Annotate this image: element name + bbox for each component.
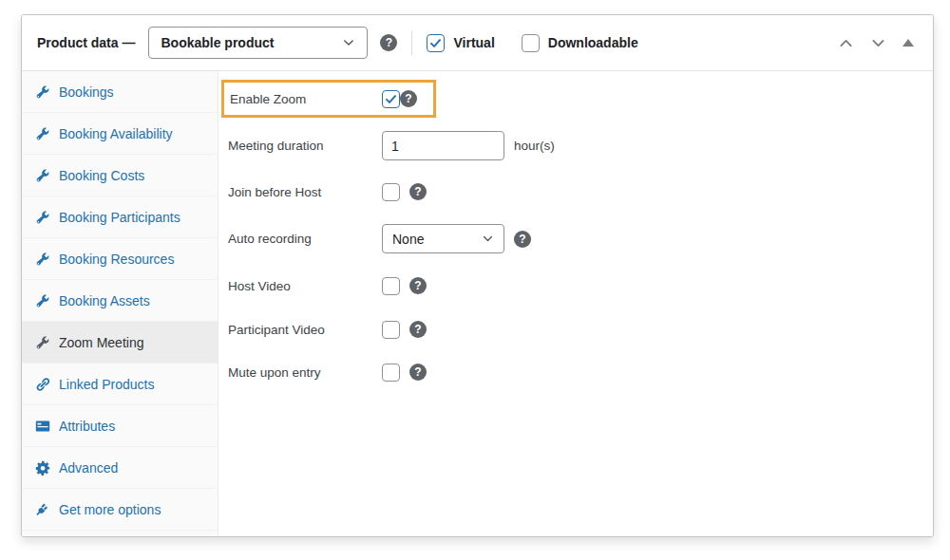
sidebar-item-label: Booking Participants — [59, 210, 180, 225]
downloadable-checkbox-group[interactable]: Downloadable — [522, 34, 638, 52]
sidebar-item-booking-costs[interactable]: Booking Costs — [22, 155, 218, 196]
triangle-up-icon — [902, 39, 914, 47]
zoom-meeting-panel: Enable Zoom ? Meeting duration hour(s) J… — [218, 71, 933, 536]
host-video-label: Host Video — [228, 279, 382, 293]
product-type-value: Bookable product — [161, 35, 274, 50]
help-icon[interactable]: ? — [409, 364, 427, 381]
auto-recording-row: Auto recording None ? — [228, 224, 531, 253]
toggle-panel-button[interactable] — [901, 37, 916, 48]
wrench-icon — [35, 210, 50, 225]
downloadable-label: Downloadable — [548, 35, 638, 50]
participant-video-row: Participant Video ? — [228, 319, 427, 340]
sidebar-item-label: Zoom Meeting — [59, 335, 143, 350]
join-before-host-label: Join before Host — [228, 185, 382, 199]
product-data-tabs: Bookings Booking Availability Booking Co… — [22, 71, 218, 536]
panel-title: Product data — — [37, 35, 135, 50]
help-icon[interactable]: ? — [514, 231, 531, 248]
chevron-down-icon — [342, 36, 355, 49]
sidebar-item-booking-resources[interactable]: Booking Resources — [22, 238, 218, 280]
wrench-icon — [35, 84, 50, 100]
sidebar-item-get-more-options[interactable]: Get more options — [22, 489, 218, 531]
wrench-icon — [35, 293, 50, 308]
sidebar-item-linked-products[interactable]: Linked Products — [22, 364, 218, 405]
sidebar-item-bookings[interactable]: Bookings — [22, 71, 218, 113]
enable-zoom-highlight: Enable Zoom ? — [221, 80, 436, 118]
participant-video-checkbox[interactable] — [382, 321, 400, 339]
chevron-up-icon — [838, 35, 854, 51]
help-icon[interactable]: ? — [409, 321, 427, 338]
sidebar-item-advanced[interactable]: Advanced — [22, 447, 218, 489]
sidebar-item-booking-assets[interactable]: Booking Assets — [22, 280, 218, 322]
auto-recording-label: Auto recording — [228, 232, 382, 246]
sidebar-item-label: Booking Costs — [59, 168, 144, 183]
mute-upon-entry-label: Mute upon entry — [228, 365, 382, 380]
host-video-checkbox[interactable] — [382, 277, 400, 295]
check-icon — [428, 36, 443, 50]
attributes-icon — [35, 419, 50, 434]
sidebar-item-label: Bookings — [59, 84, 114, 100]
wrench-icon — [35, 335, 50, 350]
help-icon[interactable]: ? — [400, 90, 417, 107]
link-icon — [35, 377, 50, 392]
mute-upon-entry-checkbox[interactable] — [382, 364, 400, 382]
sidebar-item-label: Attributes — [59, 419, 115, 434]
wrench-icon — [35, 252, 50, 267]
virtual-label: Virtual — [453, 35, 494, 50]
gear-icon — [35, 460, 50, 476]
meeting-duration-label: Meeting duration — [228, 139, 382, 153]
chevron-down-icon — [870, 35, 886, 51]
enable-zoom-checkbox[interactable] — [382, 90, 400, 108]
virtual-checkbox[interactable] — [427, 34, 445, 52]
sidebar-item-label: Booking Assets — [59, 293, 150, 308]
move-up-button[interactable] — [836, 33, 856, 53]
move-down-button[interactable] — [868, 33, 888, 53]
sidebar-item-label: Linked Products — [59, 377, 154, 392]
sidebar-item-label: Booking Availability — [59, 126, 173, 141]
chevron-down-icon — [482, 233, 494, 245]
metabox-controls — [836, 33, 920, 53]
enable-zoom-label: Enable Zoom — [230, 92, 382, 106]
meeting-duration-input[interactable] — [382, 131, 504, 160]
product-data-panel: Product data — Bookable product ? Virtua… — [21, 14, 934, 537]
sidebar-item-booking-availability[interactable]: Booking Availability — [22, 113, 218, 155]
auto-recording-value: None — [392, 232, 424, 247]
sidebar-item-label: Advanced — [59, 460, 118, 476]
help-icon[interactable]: ? — [380, 34, 397, 51]
sidebar-item-booking-participants[interactable]: Booking Participants — [22, 196, 218, 238]
check-icon — [384, 92, 398, 106]
product-data-header: Product data — Bookable product ? Virtua… — [22, 15, 933, 71]
meeting-duration-suffix: hour(s) — [514, 139, 555, 153]
meeting-duration-row: Meeting duration hour(s) — [228, 131, 555, 160]
product-type-select[interactable]: Bookable product — [148, 27, 368, 59]
divider — [411, 31, 412, 55]
wrench-icon — [35, 126, 50, 141]
join-before-host-row: Join before Host ? — [228, 181, 427, 202]
mute-upon-entry-row: Mute upon entry ? — [228, 362, 427, 383]
downloadable-checkbox[interactable] — [522, 34, 540, 52]
help-icon[interactable]: ? — [409, 183, 427, 200]
sidebar-item-label: Get more options — [59, 502, 161, 517]
sidebar-item-attributes[interactable]: Attributes — [22, 405, 218, 447]
virtual-checkbox-group[interactable]: Virtual — [427, 34, 494, 52]
participant-video-label: Participant Video — [228, 323, 382, 337]
help-icon[interactable]: ? — [409, 277, 427, 294]
plug-icon — [35, 502, 50, 517]
auto-recording-select[interactable]: None — [382, 224, 504, 253]
sidebar-item-label: Booking Resources — [59, 252, 174, 267]
join-before-host-checkbox[interactable] — [382, 183, 400, 201]
wrench-icon — [35, 168, 50, 183]
sidebar-item-zoom-meeting[interactable]: Zoom Meeting — [22, 322, 218, 364]
host-video-row: Host Video ? — [228, 275, 427, 296]
